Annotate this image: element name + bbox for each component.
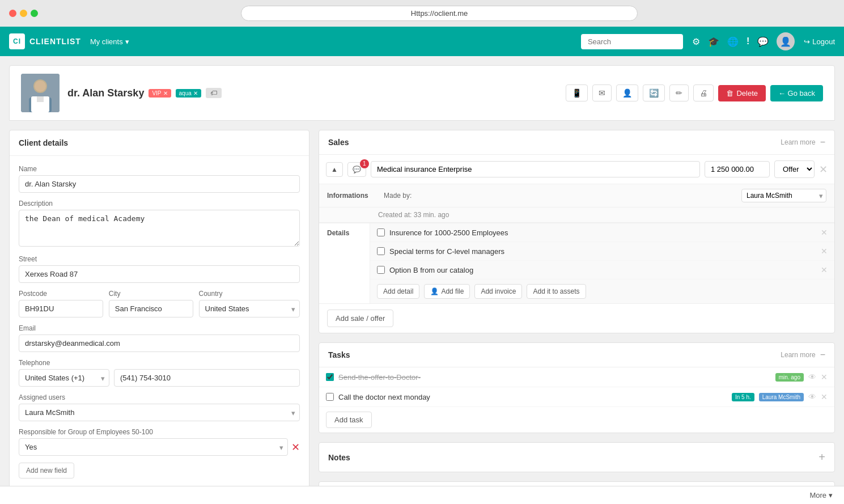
tasks-card: Tasks Learn more − Send-the-offer-to-Doc…: [319, 342, 835, 433]
person-icon-btn[interactable]: 👤: [616, 84, 638, 101]
street-input[interactable]: [19, 265, 300, 283]
delete-button[interactable]: 🗑 Delete: [718, 85, 766, 101]
task-item-0: Send-the-offer-to-Doctor- min. ago 👁 ✕: [319, 367, 834, 387]
info-row-made-by: Informations Made by: Laura McSmith ▾: [319, 184, 834, 207]
task-0-checkbox[interactable]: [326, 373, 334, 381]
add-file-button[interactable]: 👤 Add file: [424, 284, 470, 299]
task-1-eye-icon[interactable]: 👁: [808, 392, 816, 401]
client-header: dr. Alan Starsky VIP ✕ aqua ✕ 🏷 📱 ✉ 👤 🔄 …: [9, 65, 835, 121]
print-icon-btn[interactable]: 🖨: [693, 84, 714, 101]
task-0-delete-icon[interactable]: ✕: [821, 372, 828, 382]
task-1-text: Call the doctor next monday: [338, 393, 727, 401]
more-link[interactable]: More ▾: [809, 491, 833, 499]
sales-header: Sales Learn more −: [319, 130, 834, 155]
chat-icon[interactable]: 💬: [757, 36, 769, 47]
tasks-minus-icon[interactable]: −: [820, 350, 825, 360]
notes-title: Notes: [328, 453, 350, 462]
address-row: Postcode City Country United States: [19, 290, 300, 317]
sales-header-right: Learn more −: [781, 137, 825, 147]
mortarboard-icon[interactable]: 🎓: [708, 36, 719, 47]
task-1-delete-icon[interactable]: ✕: [821, 392, 828, 401]
notification-button[interactable]: 💬 1: [347, 162, 366, 177]
telephone-country-select[interactable]: United States (+1): [19, 369, 109, 387]
detail-1-checkbox[interactable]: [377, 247, 385, 255]
tasks-learn-more[interactable]: Learn more: [781, 351, 815, 359]
task-0-time-tag: min. ago: [775, 373, 804, 382]
add-new-field-button[interactable]: Add new field: [19, 463, 74, 478]
mobile-icon-btn[interactable]: 📱: [566, 84, 588, 101]
add-sale-button[interactable]: Add sale / offer: [327, 310, 393, 327]
made-by-label: Made by:: [384, 192, 412, 200]
responsible-delete-icon[interactable]: ✕: [291, 441, 300, 454]
email-input[interactable]: [19, 334, 300, 352]
globe-icon[interactable]: 🌐: [727, 36, 739, 47]
tasks-title: Tasks: [328, 350, 350, 359]
responsible-select[interactable]: Yes: [19, 438, 288, 456]
brand-icon: CI: [9, 33, 25, 49]
edit-icon-btn[interactable]: ✏: [669, 84, 689, 101]
details-label-col: Details: [319, 223, 370, 303]
email-icon-btn[interactable]: ✉: [592, 84, 612, 101]
detail-0-checkbox[interactable]: [377, 228, 385, 236]
sales-learn-more[interactable]: Learn more: [781, 138, 815, 146]
postcode-input[interactable]: [19, 300, 103, 317]
task-1-checkbox[interactable]: [326, 393, 334, 401]
detail-1-delete-icon[interactable]: ✕: [821, 247, 828, 256]
copy-icon-btn[interactable]: 🔄: [643, 84, 665, 101]
notes-section-row: Notes +: [319, 443, 834, 472]
detail-1-text: Special terms for C-level managers: [389, 247, 816, 256]
add-detail-button[interactable]: Add detail: [377, 284, 419, 299]
country-label: Country: [199, 290, 300, 298]
info-icon[interactable]: !: [747, 36, 749, 46]
telephone-row: United States (+1) ▾: [19, 369, 300, 387]
tag-more[interactable]: 🏷: [206, 88, 222, 98]
add-file-icon: 👤: [430, 287, 439, 295]
address-bar[interactable]: Https://oclient.me: [241, 6, 638, 21]
tag-vip-x[interactable]: ✕: [163, 90, 168, 96]
city-input[interactable]: [109, 300, 193, 317]
tag-aqua-x[interactable]: ✕: [193, 90, 198, 96]
sale-title-input[interactable]: [371, 161, 700, 177]
email-label: Email: [19, 324, 300, 332]
detail-2-text: Option B from our catalog: [389, 266, 816, 274]
tag-aqua: aqua ✕: [176, 89, 201, 98]
responsible-label: Responsible for Group of Employees 50-10…: [19, 428, 300, 436]
description-textarea[interactable]: <span data-bind="client_details.descript…: [19, 210, 300, 247]
assigned-users-wrapper: Laura McSmith ▾: [19, 404, 300, 421]
task-0-text: Send-the-offer-to-Doctor-: [338, 373, 771, 382]
go-back-button[interactable]: ← Go back: [770, 85, 823, 101]
add-task-button[interactable]: Add task: [326, 412, 372, 428]
bottom-bar: More ▾: [0, 486, 844, 504]
postcode-group: Postcode: [19, 290, 103, 317]
dot-yellow: [20, 10, 27, 17]
telephone-input[interactable]: [114, 369, 300, 387]
detail-0-delete-icon[interactable]: ✕: [821, 228, 828, 237]
sale-status-select[interactable]: Offer: [774, 160, 815, 178]
task-0-eye-icon[interactable]: 👁: [808, 372, 816, 382]
country-select-wrapper: United States ▾: [199, 300, 300, 317]
sales-minus-icon[interactable]: −: [820, 137, 825, 147]
add-to-assets-button[interactable]: Add it to assets: [527, 284, 586, 299]
detail-2-checkbox[interactable]: [377, 266, 385, 274]
add-invoice-button[interactable]: Add invoice: [474, 284, 522, 299]
assigned-users-group: Assigned users Laura McSmith ▾: [19, 393, 300, 421]
made-by-select-wrapper: Laura McSmith ▾: [741, 189, 826, 202]
detail-2-delete-icon[interactable]: ✕: [821, 265, 828, 274]
email-group: Email: [19, 324, 300, 352]
made-by-select[interactable]: Laura McSmith: [741, 189, 826, 202]
country-select[interactable]: United States: [199, 300, 300, 317]
sale-delete-icon[interactable]: ✕: [819, 163, 828, 176]
logout-button[interactable]: ↪ Logout: [804, 37, 835, 46]
search-input[interactable]: [581, 34, 683, 49]
name-input[interactable]: [19, 175, 300, 193]
task-1-time-tag: In 5 h.: [732, 393, 754, 401]
assigned-users-select[interactable]: Laura McSmith: [19, 404, 300, 421]
client-details-body: Name Description <span data-bind="client…: [10, 156, 309, 488]
two-col-layout: Client details Name Description <span da…: [9, 130, 835, 504]
gear-icon[interactable]: ⚙: [692, 36, 700, 47]
sale-toggle-button[interactable]: ▲: [326, 162, 343, 177]
tasks-header: Tasks Learn more −: [319, 343, 834, 367]
sale-amount-input[interactable]: [705, 161, 770, 177]
notes-plus-icon[interactable]: +: [818, 451, 825, 464]
my-clients-nav[interactable]: My clients ▾: [90, 37, 129, 46]
